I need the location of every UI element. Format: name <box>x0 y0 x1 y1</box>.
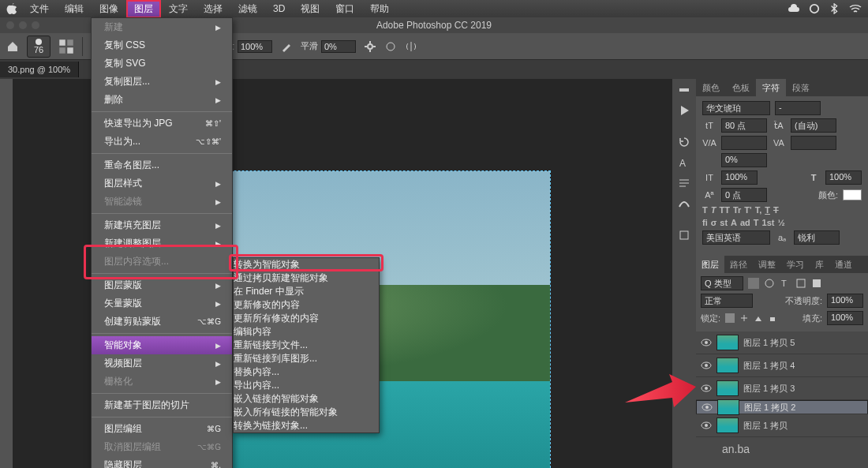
menu-item[interactable]: 删除▶ <box>92 91 232 109</box>
menu-item[interactable]: 图层样式▶ <box>92 174 232 193</box>
flow-input[interactable] <box>238 40 272 53</box>
menu-item[interactable]: 视频图层▶ <box>92 354 232 373</box>
menu-item[interactable]: 图层蒙版▶ <box>92 276 232 294</box>
menu-layer[interactable]: 图层 <box>126 0 161 18</box>
ruler-icon[interactable] <box>678 84 690 96</box>
tab-learn[interactable]: 学习 <box>781 256 810 273</box>
visibility-icon[interactable] <box>702 402 713 413</box>
lock-all-icon[interactable] <box>725 313 735 323</box>
svg-rect-9 <box>680 231 688 239</box>
tab-swatches[interactable]: 色板 <box>726 79 756 96</box>
tracking-select[interactable] <box>791 136 836 150</box>
opentype-buttons[interactable]: fiσstAadT1st½ <box>702 218 862 227</box>
paragraph-icon[interactable] <box>678 177 690 189</box>
text-color[interactable] <box>843 189 862 200</box>
menu-item[interactable]: 复制 SVG <box>92 54 232 73</box>
history-icon[interactable] <box>678 136 690 148</box>
tab-layers[interactable]: 图层 <box>696 256 724 273</box>
menu-view[interactable]: 视图 <box>293 0 327 18</box>
visibility-icon[interactable] <box>701 360 712 371</box>
layer-row[interactable]: 图层 1 拷贝 5 <box>696 331 868 354</box>
style-select[interactable]: - <box>775 101 821 115</box>
document-tab[interactable]: 30.png @ 100% <box>0 62 79 77</box>
layer-opacity[interactable]: 100% <box>827 294 863 308</box>
menu-item[interactable]: 新建填充图层▶ <box>92 216 232 234</box>
properties-icon[interactable] <box>678 229 690 241</box>
menu-item[interactable]: 新建调整图层▶ <box>92 234 232 253</box>
brush-preset[interactable]: 76 <box>27 36 51 58</box>
kerning-select[interactable] <box>721 136 767 150</box>
brush-stroke-icon[interactable] <box>678 197 690 210</box>
vscale[interactable]: 100% <box>721 170 758 185</box>
lock-icon[interactable] <box>768 313 777 323</box>
size-select[interactable]: 80 点 <box>721 118 767 133</box>
visibility-icon[interactable] <box>701 337 712 348</box>
tab-paragraph[interactable]: 段落 <box>786 79 816 96</box>
menu-item[interactable]: 复制图层...▶ <box>92 73 232 91</box>
menu-window[interactable]: 窗口 <box>327 0 362 18</box>
style-buttons[interactable]: TTTTTrT'T,TT <box>702 205 862 215</box>
home-icon[interactable] <box>6 40 19 53</box>
filter-type-icon[interactable]: T <box>780 278 791 289</box>
layer-row[interactable]: 图层 1 拷贝 3 <box>696 377 868 400</box>
menu-item[interactable]: 导出为...⌥⇧⌘' <box>92 133 232 151</box>
pressure-size-icon[interactable] <box>384 40 397 53</box>
menu-filter[interactable]: 滤镜 <box>230 0 265 18</box>
tab-channels[interactable]: 通道 <box>829 256 858 273</box>
menu-item[interactable]: 矢量蒙版▶ <box>92 294 232 313</box>
character-icon[interactable]: A <box>678 156 690 169</box>
filter-shape-icon[interactable] <box>795 278 806 289</box>
font-select[interactable]: 华文琥珀 <box>702 101 770 115</box>
kind-filter[interactable]: Q 类型 <box>701 276 743 290</box>
tab-character[interactable]: 字符 <box>756 79 786 96</box>
menu-help[interactable]: 帮助 <box>362 0 397 18</box>
menu-item[interactable]: 隐藏图层⌘, <box>92 456 232 468</box>
aa-select[interactable]: 锐利 <box>794 230 840 245</box>
airbrush-icon[interactable] <box>280 40 293 53</box>
menu-item[interactable]: 图层编组⌘G <box>92 420 232 438</box>
layer-row[interactable]: 图层 1 拷贝 4 <box>696 354 868 377</box>
layer-fill[interactable]: 100% <box>827 311 863 325</box>
svg-point-20 <box>705 364 708 367</box>
layer-row[interactable]: 图层 1 拷贝 2 <box>696 400 868 414</box>
menu-item[interactable]: 快速导出为 JPG⌘⇧' <box>92 114 232 133</box>
window-controls[interactable] <box>6 21 39 29</box>
hscale[interactable]: 100% <box>825 170 862 185</box>
lang-select[interactable]: 美国英语 <box>702 230 770 245</box>
menu-edit[interactable]: 编辑 <box>57 0 92 18</box>
menu-3d[interactable]: 3D <box>265 1 293 17</box>
filter-adjust-icon[interactable] <box>764 278 775 289</box>
leading-select[interactable]: (自动) <box>791 118 836 133</box>
lock-pos-icon[interactable] <box>739 313 749 323</box>
filter-image-icon[interactable] <box>748 278 759 289</box>
smooth-input[interactable] <box>321 40 356 53</box>
tab-paths[interactable]: 路径 <box>724 256 753 273</box>
menu-item[interactable]: 复制 CSS <box>92 36 232 54</box>
menu-item[interactable]: 创建剪贴蒙版⌥⌘G <box>92 313 232 331</box>
filter-smart-icon[interactable] <box>811 278 822 289</box>
submenu-item[interactable]: 转换为智能对象 <box>234 258 379 271</box>
symmetry-icon[interactable] <box>405 40 417 53</box>
visibility-icon[interactable] <box>701 420 712 431</box>
menu-item[interactable]: 智能对象▶ <box>92 336 232 354</box>
tab-color[interactable]: 颜色 <box>696 79 726 96</box>
left-toolbar[interactable] <box>0 79 13 468</box>
brush-panel-icon[interactable] <box>58 39 74 54</box>
menu-item[interactable]: 重命名图层... <box>92 156 232 174</box>
pct-select[interactable]: 0% <box>721 153 767 167</box>
lock-nest-icon[interactable] <box>754 313 763 323</box>
menu-file[interactable]: 文件 <box>22 0 57 18</box>
tab-lib[interactable]: 库 <box>810 256 829 273</box>
tab-adjust[interactable]: 调整 <box>753 256 781 273</box>
menu-type[interactable]: 文字 <box>161 0 196 18</box>
menu-item[interactable]: 新建基于图层的切片 <box>92 396 232 414</box>
play-icon[interactable] <box>678 104 690 117</box>
baseline[interactable]: 0 点 <box>721 188 767 202</box>
layer-row[interactable]: 图层 1 拷贝 <box>696 414 868 437</box>
blend-mode[interactable]: 正常 <box>701 294 753 308</box>
menu-select[interactable]: 选择 <box>196 0 230 18</box>
gear-icon[interactable] <box>364 40 376 53</box>
menu-image[interactable]: 图像 <box>92 0 126 18</box>
svg-point-6 <box>387 43 395 51</box>
visibility-icon[interactable] <box>701 383 712 394</box>
